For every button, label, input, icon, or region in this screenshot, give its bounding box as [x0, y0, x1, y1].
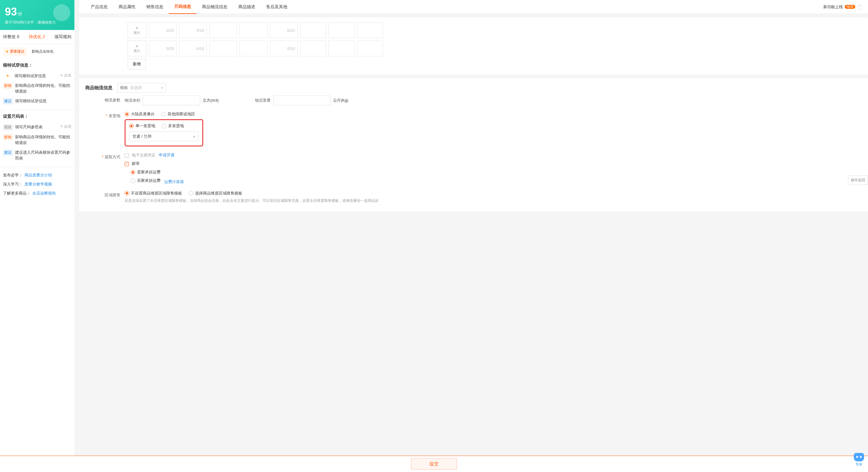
customer-service-label: 客服: [853, 462, 865, 467]
ship-location-select[interactable]: 甘肃 / 兰州 ▾: [129, 131, 199, 141]
model-row2: 影响商品在详情的转化、可能拍错退款: [15, 83, 71, 94]
spec-cell[interactable]: 0/10: [179, 22, 207, 38]
tab-size[interactable]: 尺码信息: [169, 0, 196, 14]
spec-card: +图片 0/20 0/10 0/10 +图片 0/20 0/10 0/10: [79, 18, 868, 75]
spec-cell[interactable]: [300, 40, 326, 56]
ship-highlight-box: 单一发货地 多发货地 甘肃 / 兰州 ▾: [125, 119, 203, 146]
param-label: 物流参数: [85, 96, 125, 103]
size-row2: 影响商品在详情的转化、可能拍错退款: [15, 134, 71, 146]
submit-button[interactable]: 提交: [411, 459, 457, 470]
tab-product[interactable]: 产品信息: [85, 0, 113, 14]
spec-cell[interactable]: [357, 22, 383, 38]
submit-bar: 提交: [0, 456, 868, 472]
radio-multi-ship[interactable]: 多发货地: [162, 123, 184, 128]
area-limit-label: 区域限售: [85, 190, 125, 198]
section-model: 模特试穿信息： ★ 填写模特试穿信息 ✎ 反馈 影响 影响商品在详情的转化、可能…: [0, 59, 74, 110]
size-row1: 填写尺码参照表: [15, 124, 58, 130]
tabbar: 产品信息 商品属性 销售信息 尺码信息 商品物流信息 商品描述 售后及其他 新功…: [79, 0, 868, 14]
chip-important[interactable]: ★重要建议: [3, 47, 27, 56]
customer-service-icon: [854, 453, 864, 462]
section-size: 设置尺码表： 现状 填写尺码参照表 ✎ 反馈 影响 影响商品在详情的转化、可能拍…: [0, 110, 74, 167]
sidebar: 93分 高于75%同行水平，请继续努力 待整改 0 待优化 2 填写规则 ★重要…: [0, 0, 74, 472]
customer-service[interactable]: 客服: [853, 453, 865, 467]
spec-cell[interactable]: [329, 22, 354, 38]
chevron-down-icon: ▾: [161, 86, 163, 90]
chip-row: ★重要建议 影响点击转化: [0, 44, 74, 59]
image-add-button[interactable]: +图片: [128, 22, 146, 38]
radio-mainland[interactable]: 大陆及港澳台: [125, 111, 155, 117]
badge-new: NEW: [845, 5, 855, 9]
radio-no-area-limit[interactable]: 不设置商品维度区域限售模板: [125, 190, 182, 196]
spec-cell[interactable]: [209, 22, 237, 38]
checkbox-ecert[interactable]: [125, 153, 129, 158]
tab-attrs[interactable]: 商品属性: [113, 0, 141, 14]
volume-input[interactable]: [143, 96, 200, 105]
spec-cell[interactable]: 0/10: [270, 22, 298, 38]
score-number: 93: [5, 5, 17, 18]
tab-logistics[interactable]: 商品物流信息: [196, 0, 233, 14]
tag-impact: 影响: [3, 134, 13, 140]
ship-from-label: *发货地: [85, 111, 125, 119]
chevron-down-icon: ▾: [193, 134, 195, 139]
feedback-link[interactable]: ✎ 反馈: [60, 124, 71, 129]
radio-set-area-limit[interactable]: 选择商品维度区域限售模板: [189, 190, 242, 196]
tag-impact: 影响: [3, 83, 13, 89]
volume-unit: 立方(m3): [203, 98, 219, 103]
radio-seller-pay[interactable]: 卖家承担运费: [131, 170, 161, 175]
ship-location-value: 甘肃 / 兰州: [132, 134, 152, 139]
main: 产品信息 商品属性 销售信息 尺码信息 商品物流信息 商品描述 售后及其他 新功…: [74, 0, 868, 472]
learn-links: 发布必学：商品质量分介绍 深入学习：质量分教学视频 了解更多商品：全店诊断报告: [0, 167, 74, 202]
operation-track-button[interactable]: 操作追踪: [848, 176, 868, 185]
tag-suggest: 建议: [3, 98, 13, 105]
feedback-link[interactable]: ✎ 反馈: [60, 73, 71, 78]
weight-input[interactable]: [273, 96, 331, 105]
tag-status: 现状: [3, 124, 13, 130]
status-optimize[interactable]: 待优化 2: [29, 34, 45, 40]
tab-after[interactable]: 售后及其他: [261, 0, 293, 14]
status-rules[interactable]: 填写规则: [55, 34, 71, 40]
score-unit: 分: [18, 11, 22, 16]
mail-label: 邮寄: [132, 161, 140, 166]
weight-label: 物流重量: [255, 98, 271, 103]
status-pending[interactable]: 待整改 0: [3, 34, 19, 40]
add-row-button[interactable]: 新增: [128, 59, 146, 69]
spec-cell[interactable]: [240, 22, 267, 38]
radio-buyer-pay[interactable]: 买家承担运费: [131, 178, 161, 183]
pickup-label: *提取方式: [85, 152, 125, 160]
learn3-link[interactable]: 全店诊断报告: [32, 191, 56, 196]
logistics-title: 商品物流信息: [85, 85, 113, 91]
spec-cell[interactable]: 0/20: [149, 40, 177, 56]
spec-cell[interactable]: 0/10: [179, 40, 207, 56]
learn2-link[interactable]: 质量分教学视频: [25, 182, 52, 186]
spec-cell[interactable]: [209, 40, 237, 56]
logistics-card: 商品物流信息 模板 请选择 ▾ 物流参数 物流体积 立方(m3): [79, 78, 868, 211]
chip-click[interactable]: 影响点击转化: [29, 47, 56, 56]
freight-calc-link[interactable]: 运费计算器: [164, 179, 184, 184]
spec-cell[interactable]: [240, 40, 267, 56]
spec-cell[interactable]: [300, 22, 326, 38]
spec-cell[interactable]: [329, 40, 354, 56]
star-icon: ★: [3, 73, 12, 78]
smile-icon: [53, 4, 70, 21]
section-model-title: 模特试穿信息：: [3, 59, 71, 71]
image-add-button[interactable]: +图片: [128, 40, 146, 56]
apply-open-link[interactable]: 申请开通: [159, 153, 175, 157]
radio-single-ship[interactable]: 单一发货地: [129, 123, 155, 128]
tab-sales[interactable]: 销售信息: [141, 0, 169, 14]
spec-cell[interactable]: 0/10: [270, 40, 298, 56]
template-select[interactable]: 模板 请选择 ▾: [117, 83, 166, 93]
chevron-up-icon[interactable]: ⌃: [857, 4, 862, 9]
tab-right[interactable]: 新功能上线 NEW ⌃: [823, 4, 862, 10]
section-size-title: 设置尺码表：: [3, 110, 71, 122]
learn1-link[interactable]: 商品质量分介绍: [25, 173, 52, 177]
new-feature-label: 新功能上线: [823, 4, 843, 10]
spec-cell[interactable]: [357, 40, 383, 56]
radio-other-country[interactable]: 其他国家或地区: [161, 111, 195, 117]
checkbox-mail[interactable]: [125, 162, 129, 166]
tab-desc[interactable]: 商品描述: [233, 0, 261, 14]
learn2-label: 深入学习：: [3, 182, 23, 186]
model-row3: 填写模特试穿信息: [15, 98, 71, 104]
volume-label: 物流体积: [125, 98, 140, 103]
spec-cell[interactable]: 0/20: [149, 22, 177, 38]
star-icon: ★: [5, 49, 9, 54]
